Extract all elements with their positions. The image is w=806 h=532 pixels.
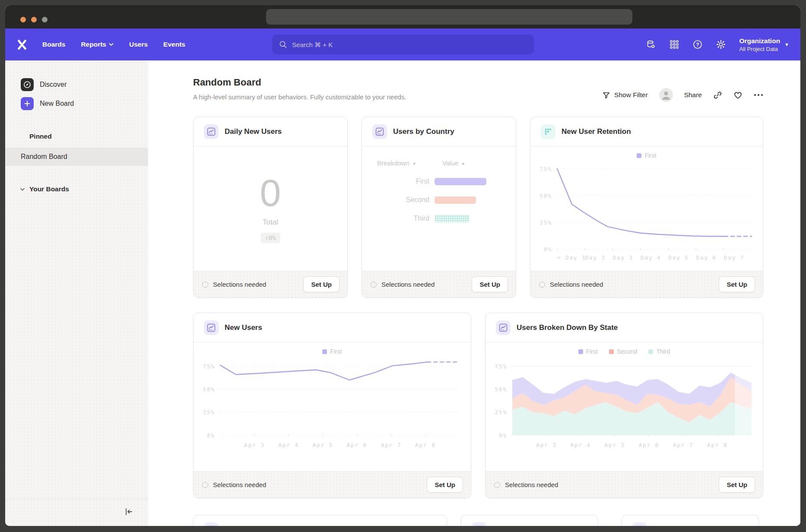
org-subtitle: All Project Data [739, 46, 780, 52]
ellipsis-icon [754, 93, 763, 97]
app-window: Boards Reports Users Events [5, 5, 800, 526]
sidebar-item-new-board[interactable]: New Board [5, 94, 148, 113]
line-chart-icon [204, 320, 219, 335]
zoom-window-button[interactable] [42, 17, 48, 22]
svg-text:Apr 5: Apr 5 [313, 442, 333, 448]
card-title: Users Broken Down By State [517, 323, 618, 332]
svg-text:Apr 4: Apr 4 [278, 442, 299, 448]
country-bar-1 [435, 196, 476, 204]
window-titlebar [5, 5, 800, 28]
status-circle-icon [539, 282, 545, 288]
column-header-value[interactable]: Value▼ [442, 159, 465, 167]
chevron-down-icon [20, 187, 25, 191]
line-chart-icon [204, 124, 219, 139]
svg-text:25%: 25% [495, 409, 507, 415]
card-stacked-line-graph: Stacked Line Graph [193, 515, 447, 526]
filter-funnel-icon [602, 91, 610, 99]
card-new-user-retention: New User Retention First 75%50%25%0%< Da… [530, 117, 763, 298]
apps-grid-icon[interactable] [669, 39, 679, 50]
legend-item: First [322, 348, 342, 355]
legend-swatch [322, 349, 327, 354]
nav-item-reports[interactable]: Reports [81, 41, 114, 48]
country-bar-0 [435, 178, 486, 185]
chevron-down-icon [109, 43, 114, 46]
plus-icon [21, 97, 34, 110]
org-switcher[interactable]: Organization All Project Data ▼ [739, 37, 789, 52]
browser-url-bar[interactable] [266, 9, 632, 25]
favorite-heart-button[interactable] [733, 91, 743, 100]
set-up-button[interactable]: Set Up [719, 477, 755, 493]
line-chart-icon [372, 124, 387, 139]
svg-text:?: ? [696, 42, 699, 47]
svg-text:0%: 0% [207, 432, 215, 439]
svg-text:25%: 25% [203, 409, 215, 415]
set-up-button[interactable]: Set Up [472, 276, 508, 292]
svg-text:Apr 4: Apr 4 [570, 442, 591, 448]
set-up-button[interactable]: Set Up [427, 477, 463, 493]
legend-item: First [578, 348, 598, 355]
svg-text:Day 3: Day 3 [613, 254, 634, 261]
nav-item-events[interactable]: Events [163, 41, 185, 48]
state-stacked-area-chart: 75%50%25%0%Apr 3Apr 4Apr 5Apr 6Apr 7Apr … [486, 342, 763, 474]
sidebar-item-random-board[interactable]: Random Board [5, 148, 154, 166]
set-up-button[interactable]: Set Up [719, 276, 755, 292]
status-circle-icon [202, 282, 208, 288]
svg-text:Apr 3: Apr 3 [536, 442, 557, 448]
retention-grid-icon [541, 124, 555, 139]
card-title: Stacked Line Graph [225, 526, 294, 526]
status-text: Selections needed [213, 281, 266, 288]
card-users-by-country: Users by Country Breakdown▼ Value▼ First [362, 117, 516, 298]
legend-item: Second [609, 348, 637, 355]
more-options-button[interactable] [754, 93, 763, 97]
sidebar-section-pinned[interactable]: Pinned [5, 131, 148, 142]
share-button[interactable]: Share [684, 91, 702, 99]
svg-text:Day 4: Day 4 [641, 254, 661, 261]
sidebar-section-your-boards[interactable]: Your Boards [5, 184, 148, 194]
card-title: New Users [225, 323, 262, 332]
status-text: Selections needed [381, 281, 435, 288]
line-chart-icon [496, 320, 511, 335]
data-management-icon[interactable] [646, 39, 656, 50]
show-filter-button[interactable]: Show Filter [602, 91, 648, 99]
line-chart-icon [204, 522, 219, 526]
column-header-breakdown[interactable]: Breakdown▼ [362, 159, 442, 167]
global-search[interactable] [272, 35, 534, 54]
line-chart-icon [472, 522, 486, 526]
mixpanel-logo-icon[interactable] [16, 39, 28, 50]
new-users-line-chart: 75%50%25%0%Apr 3Apr 4Apr 5Apr 6Apr 7Apr … [194, 342, 471, 474]
svg-text:Apr 3: Apr 3 [244, 442, 265, 448]
minimize-window-button[interactable] [31, 17, 37, 22]
svg-text:Apr 7: Apr 7 [381, 442, 402, 448]
nav-item-boards[interactable]: Boards [42, 41, 65, 48]
svg-text:Apr 5: Apr 5 [605, 442, 625, 448]
svg-text:Apr 8: Apr 8 [707, 442, 728, 448]
sidebar-item-discover[interactable]: Discover [5, 75, 148, 94]
avatar[interactable] [659, 88, 673, 102]
settings-gear-icon[interactable] [716, 39, 726, 50]
close-window-button[interactable] [20, 17, 26, 22]
card-active-users: Active Users [622, 515, 759, 526]
org-name: Organization [739, 37, 780, 46]
chart-legend: FirstSecondThird [486, 348, 763, 355]
set-up-button[interactable]: Set Up [303, 276, 340, 292]
svg-text:< Day 1: < Day 1 [557, 254, 586, 261]
link-icon [713, 91, 722, 100]
svg-text:Day 7: Day 7 [724, 254, 745, 261]
caret-down-icon: ▼ [412, 162, 416, 166]
copy-link-button[interactable] [713, 91, 722, 100]
table-row: First [362, 177, 516, 185]
nav-item-users[interactable]: Users [129, 41, 148, 48]
metric-label: Total [263, 218, 278, 227]
status-circle-icon [371, 282, 377, 288]
collapse-sidebar-button[interactable] [124, 507, 133, 518]
metric-value: 0 [260, 174, 281, 212]
table-row: Third [362, 215, 516, 222]
search-input[interactable] [291, 41, 527, 49]
card-title: Insights Report [492, 526, 546, 526]
metric-delta-badge: ↑0% [260, 233, 280, 243]
card-insights-report: Insights Report [461, 515, 598, 526]
help-icon[interactable]: ? [692, 39, 703, 50]
legend-swatch [578, 349, 583, 354]
legend-item: Third [648, 348, 670, 355]
svg-text:Apr 8: Apr 8 [415, 442, 436, 448]
